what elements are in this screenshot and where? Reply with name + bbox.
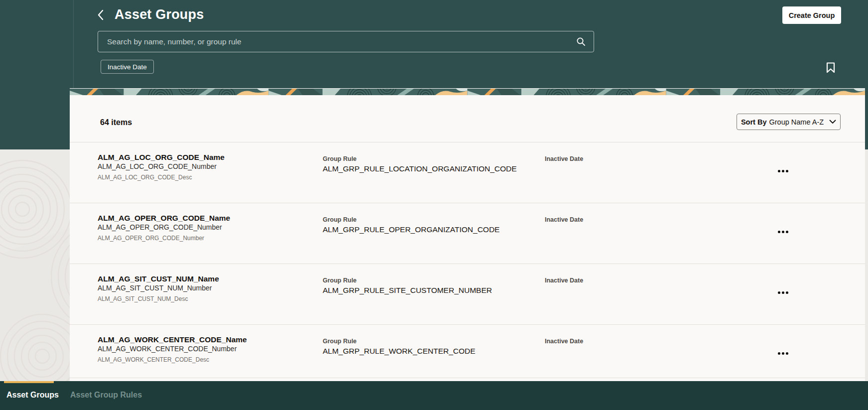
sort-by-label: Sort By: [741, 118, 767, 126]
inactive-date-column: Inactive Date: [545, 155, 583, 162]
filter-chip-inactive-date[interactable]: Inactive Date: [101, 60, 154, 74]
inactive-date-column: Inactive Date: [545, 277, 583, 284]
group-rule-column: Group Rule ALM_GRP_RULE_LOCATION_ORGANIZ…: [323, 155, 517, 173]
create-group-button[interactable]: Create Group: [782, 6, 841, 24]
asset-group-identity: ALM_AG_LOC_ORG_CODE_Name ALM_AG_LOC_ORG_…: [98, 153, 225, 181]
asset-groups-card: 64 items Sort By Group Name A-Z ALM_AG_L…: [70, 88, 865, 381]
asset-group-row[interactable]: ALM_AG_OPER_ORG_CODE_Name ALM_AG_OPER_OR…: [70, 203, 865, 264]
asset-group-row[interactable]: ALM_AG_LOC_ORG_CODE_Name ALM_AG_LOC_ORG_…: [70, 142, 865, 203]
search-button[interactable]: [573, 37, 594, 46]
bottom-tab-bar: Asset Groups Asset Group Rules: [0, 381, 868, 410]
asset-group-identity: ALM_AG_WORK_CENTER_CODE_Name ALM_AG_WORK…: [98, 335, 247, 363]
ellipsis-icon: [778, 291, 788, 294]
inactive-date-label: Inactive Date: [545, 216, 583, 223]
asset-group-row[interactable]: ALM_AG_SIT_CUST_NUM_Name ALM_AG_SIT_CUST…: [70, 264, 865, 324]
group-rule-column: Group Rule ALM_GRP_RULE_SITE_CUSTOMER_NU…: [323, 277, 492, 295]
group-rule-label: Group Rule: [323, 277, 492, 284]
asset-groups-page: Asset Groups Create Group Inactive Date: [0, 0, 868, 410]
inactive-date-label: Inactive Date: [545, 338, 583, 345]
chevron-down-icon: [826, 120, 836, 124]
group-rule-column: Group Rule ALM_GRP_RULE_OPER_ORGANIZATIO…: [323, 216, 499, 234]
row-actions-button[interactable]: [774, 287, 792, 298]
page-title: Asset Groups: [115, 7, 204, 22]
search-bar: [98, 31, 594, 52]
list-toolbar: 64 items Sort By Group Name A-Z: [70, 97, 865, 142]
asset-group-number: ALM_AG_WORK_CENTER_CODE_Number: [98, 345, 247, 353]
decorative-banner: [70, 89, 865, 95]
asset-group-description: ALM_AG_LOC_ORG_CODE_Desc: [98, 174, 225, 181]
asset-group-row[interactable]: ALM_AG_WORK_CENTER_CODE_Name ALM_AG_WORK…: [70, 324, 865, 378]
group-rule-value: ALM_GRP_RULE_OPER_ORGANIZATION_CODE: [323, 225, 499, 234]
inactive-date-column: Inactive Date: [545, 216, 583, 223]
asset-group-identity: ALM_AG_OPER_ORG_CODE_Name ALM_AG_OPER_OR…: [98, 214, 230, 242]
group-rule-label: Group Rule: [323, 338, 476, 345]
inactive-date-label: Inactive Date: [545, 277, 583, 284]
sort-by-value: Group Name A-Z: [769, 118, 824, 126]
asset-group-identity: ALM_AG_SIT_CUST_NUM_Name ALM_AG_SIT_CUST…: [98, 274, 219, 302]
asset-group-name: ALM_AG_LOC_ORG_CODE_Name: [98, 153, 225, 162]
bookmark-button[interactable]: [822, 59, 840, 77]
ellipsis-icon: [778, 170, 788, 172]
asset-group-description: ALM_AG_OPER_ORG_CODE_Number: [98, 235, 230, 242]
group-rule-value: ALM_GRP_RULE_SITE_CUSTOMER_NUMBER: [323, 285, 492, 295]
group-rule-value: ALM_GRP_RULE_LOCATION_ORGANIZATION_CODE: [323, 164, 517, 173]
row-actions-button[interactable]: [774, 226, 792, 237]
ellipsis-icon: [778, 352, 788, 355]
group-rule-label: Group Rule: [323, 216, 499, 223]
back-button[interactable]: [93, 7, 109, 23]
group-rule-label: Group Rule: [323, 155, 517, 162]
row-actions-button[interactable]: [774, 165, 792, 176]
asset-group-number: ALM_AG_OPER_ORG_CODE_Number: [98, 223, 230, 232]
tab-asset-groups[interactable]: Asset Groups: [6, 391, 59, 400]
row-actions-button[interactable]: [774, 348, 792, 359]
asset-group-description: ALM_AG_SIT_CUST_NUM_Desc: [98, 295, 219, 302]
asset-group-name: ALM_AG_SIT_CUST_NUM_Name: [98, 274, 219, 283]
asset-group-number: ALM_AG_LOC_ORG_CODE_Number: [98, 162, 225, 171]
group-rule-column: Group Rule ALM_GRP_RULE_WORK_CENTER_CODE: [323, 338, 476, 356]
bookmark-icon: [826, 62, 835, 73]
item-count: 64 items: [100, 118, 132, 127]
asset-group-name: ALM_AG_OPER_ORG_CODE_Name: [98, 214, 230, 223]
nav-drawer-edge: [73, 0, 74, 88]
group-rule-value: ALM_GRP_RULE_WORK_CENTER_CODE: [323, 346, 476, 356]
inactive-date-column: Inactive Date: [545, 338, 583, 345]
inactive-date-label: Inactive Date: [545, 155, 583, 162]
tab-asset-group-rules[interactable]: Asset Group Rules: [70, 391, 142, 400]
ellipsis-icon: [778, 231, 788, 233]
asset-group-number: ALM_AG_SIT_CUST_NUM_Number: [98, 284, 219, 292]
sort-by-dropdown[interactable]: Sort By Group Name A-Z: [737, 114, 841, 130]
search-input[interactable]: [98, 37, 573, 46]
asset-group-description: ALM_AG_WORK_CENTER_CODE_Desc: [98, 356, 247, 363]
active-tab-indicator: [4, 381, 54, 383]
chevron-left-icon: [97, 9, 104, 20]
search-icon: [576, 37, 586, 46]
asset-group-name: ALM_AG_WORK_CENTER_CODE_Name: [98, 335, 247, 344]
